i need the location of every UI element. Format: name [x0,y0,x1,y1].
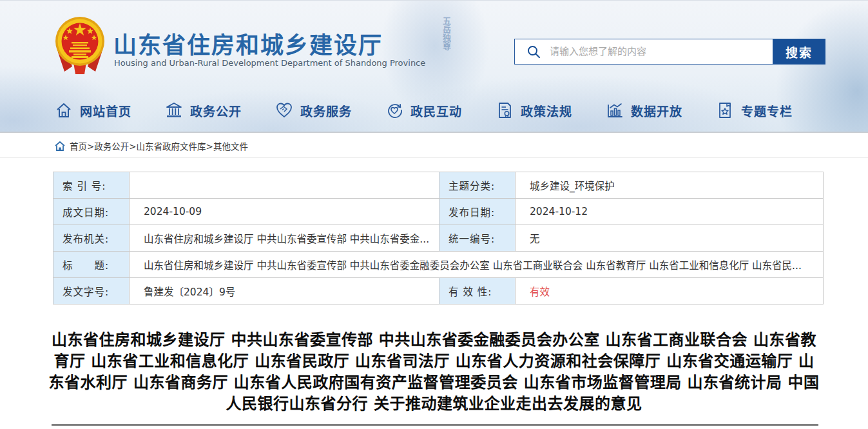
field-title-value: 山东省住房和城乡建设厅 中共山东省委宣传部 中共山东省委金融委员会办公室 山东省… [130,252,824,278]
field-publish-date-label: 发布日期: [439,199,516,225]
search-icon [526,45,541,59]
field-issuing-agency-value: 山东省住房和城乡建设厅 中共山东省委宣传部 中共山东省委金... [130,225,439,252]
nav-item-label: 政务公开 [190,102,242,119]
nav-item-policies[interactable]: 政策法规 [496,101,572,119]
field-document-number-label: 发文字号: [53,278,130,304]
field-validity-label: 有 效 性: [439,278,516,304]
divider [52,424,818,426]
table-row: 索 引 号: 主题分类: 城乡建设_环境保护 [53,172,824,199]
special-column-icon [716,101,734,119]
handshake-heart-icon [275,101,293,119]
document-title: 山东省住房和城乡建设厅 中共山东省委宣传部 中共山东省委金融委员会办公室 山东省… [48,330,820,415]
nav-item-special-columns[interactable]: 专题专栏 [716,101,793,119]
field-written-date-label: 成文日期: [53,199,130,225]
nav-item-label: 政民互动 [410,102,462,119]
nav-item-label: 政务服务 [300,102,352,119]
watercolor-stone-art: 五岳独尊 [437,17,451,50]
home-icon [55,101,73,119]
nav-item-label: 网站首页 [80,102,131,119]
table-row: 发文字号: 鲁建发〔2024〕9号 有 效 性: 有效 [53,278,824,304]
government-building-icon [165,101,183,119]
field-topic-category-value: 城乡建设_环境保护 [516,172,824,199]
field-written-date-value: 2024-10-09 [130,199,439,225]
field-unified-number-value: 无 [516,225,824,252]
table-row: 标 题: 山东省住房和城乡建设厅 中共山东省委宣传部 中共山东省委金融委员会办公… [53,252,824,278]
national-emblem-icon [54,15,106,75]
home-icon [55,141,65,151]
breadcrumb[interactable]: 首页>政务公开>山东省政府文件库>其他文件 [55,139,248,152]
national-emblem-logo[interactable] [54,15,106,75]
nav-item-gov-disclosure[interactable]: 政务公开 [165,101,242,119]
breadcrumb-text: 首页>政务公开>山东省政府文件库>其他文件 [70,139,248,152]
interaction-heart-icon [385,101,403,119]
policy-document-icon [496,101,514,119]
field-title-label: 标 题: [53,252,130,278]
page: 五岳独尊 山东省住房和城 [0,0,868,429]
field-issuing-agency-label: 发布机关: [53,225,130,252]
table-row: 成文日期: 2024-10-09 发布日期: 2024-10-12 [53,199,824,225]
nav-item-label: 数据开放 [631,102,682,119]
data-chart-icon [606,101,624,119]
search-button[interactable]: 搜索 [773,39,825,65]
nav-item-public-interaction[interactable]: 政民互动 [385,101,462,119]
document-meta-table: 索 引 号: 主题分类: 城乡建设_环境保护 成文日期: 2024-10-09 … [53,172,824,304]
main-nav: 网站首页 政务公开 政务服务 [55,96,793,125]
site-title: 山东省住房和城乡建设厅 [113,26,383,60]
nav-item-open-data[interactable]: 数据开放 [606,101,682,119]
site-header: 五岳独尊 山东省住房和城 [0,1,868,133]
field-topic-category-label: 主题分类: [439,172,516,199]
nav-item-label: 政策法规 [521,102,572,119]
table-row: 发布机关: 山东省住房和城乡建设厅 中共山东省委宣传部 中共山东省委金... 统… [53,225,824,252]
field-unified-number-label: 统一编号: [439,225,516,252]
field-publish-date-value: 2024-10-12 [516,199,824,225]
nav-item-home[interactable]: 网站首页 [55,101,131,119]
search-input[interactable] [550,40,773,63]
field-validity-value: 有效 [516,278,824,304]
site-subtitle: Housing and Urban-Rural Development Depa… [114,58,425,68]
field-index-number-value [130,172,439,199]
nav-item-label: 专题专栏 [741,102,793,119]
field-document-number-value: 鲁建发〔2024〕9号 [130,278,439,304]
field-index-number-label: 索 引 号: [53,172,130,199]
search-box: 搜索 [514,39,825,65]
nav-item-gov-services[interactable]: 政务服务 [275,101,352,119]
breadcrumb-bar: 首页>政务公开>山东省政府文件库>其他文件 [0,134,868,158]
